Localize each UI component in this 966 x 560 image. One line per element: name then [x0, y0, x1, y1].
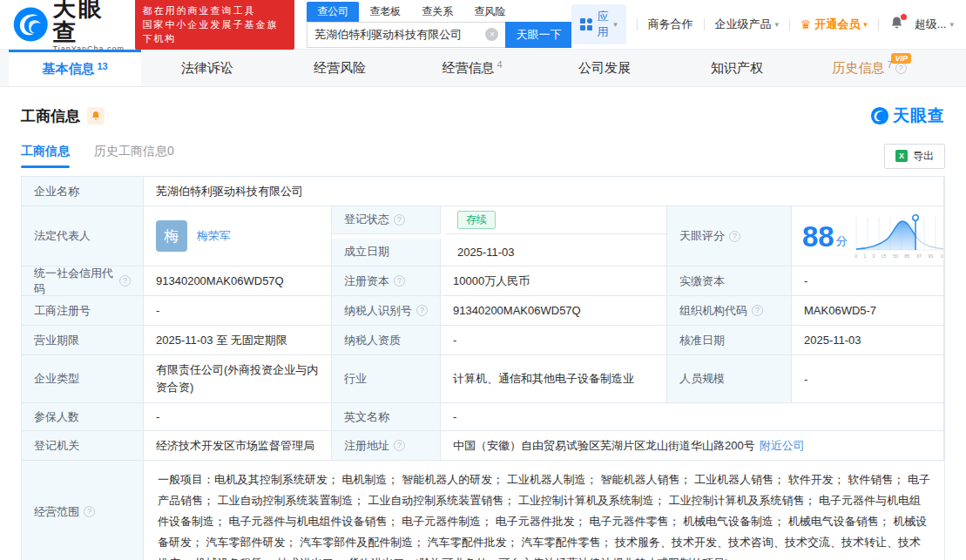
- paid-capital-value: -: [792, 267, 944, 296]
- tab-history-info[interactable]: VIP 历史信息 7 ?: [803, 50, 936, 86]
- search-tab-boss[interactable]: 查老板: [359, 2, 411, 22]
- insured-count-label: 参保人数: [22, 403, 144, 431]
- establish-date-value-cell: 2025-11-03: [445, 239, 666, 267]
- score-chart-tick: 100: [940, 253, 944, 258]
- legal-rep-link[interactable]: 梅荣军: [197, 228, 231, 244]
- promo-badge: 都在用的商业查询工具 国家中小企业发展子基金旗下机构: [135, 0, 295, 50]
- tianyancha-logo[interactable]: 天眼查 TianYanCha.com: [12, 0, 126, 53]
- credit-code-label-cell: 统一社会信用代码 ?: [22, 267, 144, 296]
- score-chart-tick: 15: [882, 253, 887, 258]
- approval-date-label: 核准日期: [667, 326, 792, 355]
- english-name-value: -: [441, 403, 944, 431]
- legal-rep-cell: 梅 梅荣军: [144, 206, 332, 267]
- divider: [789, 18, 790, 30]
- tab-business-info[interactable]: 经营信息 4: [406, 50, 538, 86]
- menu-enterprise-label: 企业级产品: [714, 17, 771, 32]
- crown-icon: ♛: [800, 17, 812, 31]
- search-tab-company[interactable]: 查公司: [307, 2, 359, 22]
- top-right-menu: 应用 ▾ 商务合作 企业级产品 ▾ ♛ 开通会员 ▾ 超级... ▾: [571, 4, 954, 44]
- credit-code-label: 统一社会信用代码: [34, 267, 115, 296]
- apps-label: 应用: [597, 9, 609, 40]
- score-chart-tick: 0: [855, 253, 857, 258]
- score-unit: 分: [836, 233, 848, 249]
- tab-label: 经营信息: [442, 60, 494, 77]
- company-name-label: 企业名称: [22, 177, 144, 206]
- business-term-value: 2025-11-03 至 无固定期限: [144, 326, 332, 355]
- tab-intellectual-property[interactable]: 知识产权: [671, 50, 803, 86]
- legal-rep-avatar[interactable]: 梅: [156, 220, 187, 252]
- taxpayer-quality-label: 纳税人资质: [332, 326, 441, 355]
- reg-status-value-cell: 存续: [445, 206, 666, 234]
- chevron-down-icon: ▾: [774, 20, 779, 29]
- reg-address-label-cell: 注册地址 ?: [332, 431, 441, 461]
- logo-title: 天眼查: [53, 0, 126, 44]
- tab-legal-proceedings[interactable]: 法律诉讼: [141, 50, 274, 86]
- industry-label: 行业: [332, 355, 441, 403]
- tab-business-risk[interactable]: 经营风险: [274, 50, 406, 86]
- tab-basic-info[interactable]: 基本信息 13: [9, 50, 141, 86]
- business-term-label: 营业期限: [22, 326, 144, 355]
- user-menu[interactable]: 超级... ▾: [915, 17, 954, 32]
- credit-code-value: 91340200MAK06WD57Q: [144, 267, 332, 296]
- org-code-value: MAK06WD5-7: [792, 296, 944, 326]
- export-button[interactable]: X 导出: [884, 144, 945, 169]
- search-tab-relation[interactable]: 查关系: [411, 2, 463, 22]
- help-icon[interactable]: ?: [394, 275, 405, 287]
- help-icon[interactable]: ?: [119, 275, 131, 287]
- industry-value: 计算机、通信和其他电子设备制造业: [441, 355, 667, 403]
- reg-number-label: 工商注册号: [22, 296, 144, 326]
- help-icon[interactable]: ?: [752, 305, 763, 316]
- help-icon[interactable]: ?: [416, 305, 428, 316]
- notification-dot: [901, 14, 907, 20]
- help-icon[interactable]: ?: [895, 63, 907, 74]
- tianyancha-logo-icon: [12, 5, 50, 44]
- clear-search-icon[interactable]: ×: [485, 28, 498, 41]
- reg-capital-value: 10000万人民币: [441, 267, 667, 296]
- subtab-history-registration[interactable]: 历史工商信息0: [94, 144, 174, 168]
- reg-address-value: 中国（安徽）自由贸易试验区芜湖片区龙山街道华山路200号: [453, 438, 755, 454]
- score-label-cell: 天眼评分 ?: [667, 206, 792, 267]
- notification-bell-icon[interactable]: [889, 16, 904, 33]
- menu-enterprise[interactable]: 企业级产品 ▾: [714, 17, 779, 32]
- help-icon[interactable]: ?: [394, 214, 405, 226]
- subtab-business-registration[interactable]: 工商信息: [21, 144, 70, 168]
- watermark-logo-icon: [870, 106, 889, 125]
- taxpayer-quality-value: -: [441, 326, 667, 355]
- search-button[interactable]: 天眼一下: [505, 22, 571, 48]
- help-icon[interactable]: ?: [394, 440, 405, 451]
- nearby-companies-link[interactable]: 附近公司: [760, 438, 805, 454]
- main-content: 工商信息 天眼查 工商信息 历史工商信息0 X 导出 企业名称 芜湖伯特利驱动科…: [0, 105, 966, 560]
- promo-line1: 都在用的商业查询工具: [143, 3, 287, 17]
- user-name: 超级...: [915, 17, 947, 32]
- reg-status-label: 登记状态: [344, 212, 389, 227]
- logo-text: 天眼查 TianYanCha.com: [53, 0, 126, 53]
- search-input[interactable]: [314, 28, 485, 41]
- search-tab-risk[interactable]: 查风险: [463, 2, 516, 22]
- divider: [704, 18, 705, 30]
- help-icon[interactable]: ?: [729, 231, 740, 242]
- tab-company-development[interactable]: 公司发展: [538, 50, 671, 86]
- reg-authority-value: 经济技术开发区市场监督管理局: [144, 431, 332, 461]
- paid-capital-label: 实缴资本: [667, 267, 792, 296]
- taxpayer-id-label: 纳税人识别号: [344, 303, 412, 319]
- company-type-value: 有限责任公司(外商投资企业与内资合资): [144, 355, 332, 403]
- establish-date-value: 2025-11-03: [457, 246, 515, 259]
- scope-value: 一般项目：电机及其控制系统研发； 电机制造； 智能机器人的研发； 工业机器人制造…: [144, 461, 944, 560]
- registration-table: 企业名称 芜湖伯特利驱动科技有限公司 法定代表人 梅 梅荣军 登记状态 ? 存续…: [21, 176, 945, 560]
- menu-cooperation[interactable]: 商务合作: [648, 17, 693, 32]
- legal-rep-label: 法定代表人: [22, 206, 144, 267]
- score-value-cell: 88 分: [792, 206, 944, 267]
- excel-icon: X: [895, 150, 908, 162]
- monitor-bell-icon[interactable]: [87, 107, 105, 125]
- status-date-subtable: 登记状态 ? 存续 成立日期 2025-11-03: [332, 206, 667, 267]
- tab-count: 13: [97, 61, 107, 71]
- menu-open-vip[interactable]: ♛ 开通会员 ▾: [800, 17, 868, 32]
- watermark-text: 天眼查: [893, 105, 945, 127]
- insured-count-value: -: [144, 403, 332, 431]
- staff-size-label: 人员规模: [667, 355, 792, 403]
- score-chart-tick: 3: [872, 253, 875, 258]
- apps-menu[interactable]: 应用 ▾: [571, 4, 625, 44]
- company-name-value: 芜湖伯特利驱动科技有限公司: [144, 177, 944, 206]
- help-icon[interactable]: ?: [84, 506, 95, 517]
- approval-date-value: 2025-11-03: [792, 326, 944, 355]
